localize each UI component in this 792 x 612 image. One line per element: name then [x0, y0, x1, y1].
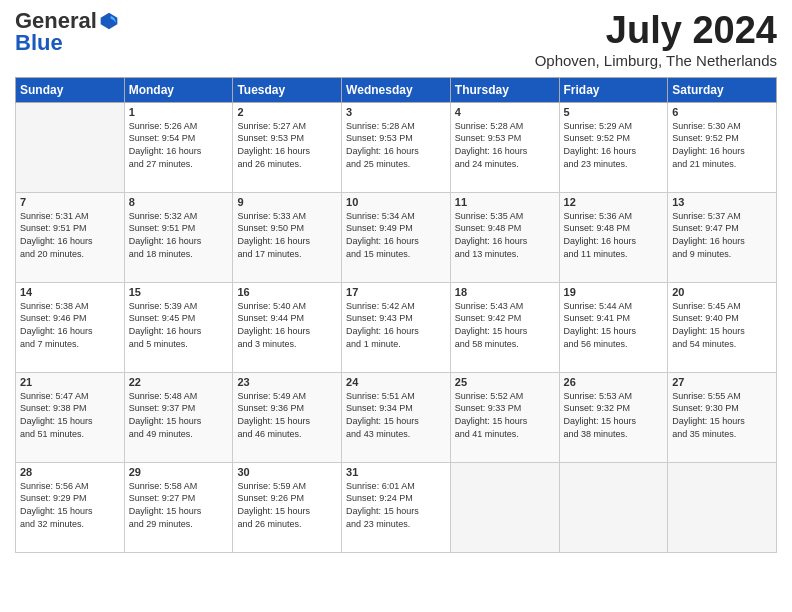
calendar-cell: 22Sunrise: 5:48 AM Sunset: 9:37 PM Dayli…: [124, 372, 233, 462]
day-number: 17: [346, 286, 446, 298]
calendar-cell: 8Sunrise: 5:32 AM Sunset: 9:51 PM Daylig…: [124, 192, 233, 282]
calendar-cell: 26Sunrise: 5:53 AM Sunset: 9:32 PM Dayli…: [559, 372, 668, 462]
week-row-0: 1Sunrise: 5:26 AM Sunset: 9:54 PM Daylig…: [16, 102, 777, 192]
week-row-4: 28Sunrise: 5:56 AM Sunset: 9:29 PM Dayli…: [16, 462, 777, 552]
day-number: 12: [564, 196, 664, 208]
calendar-cell: 1Sunrise: 5:26 AM Sunset: 9:54 PM Daylig…: [124, 102, 233, 192]
calendar-cell: 27Sunrise: 5:55 AM Sunset: 9:30 PM Dayli…: [668, 372, 777, 462]
header: General Blue July 2024 Ophoven, Limburg,…: [15, 10, 777, 69]
day-number: 19: [564, 286, 664, 298]
calendar-cell: [450, 462, 559, 552]
day-info: Sunrise: 6:01 AM Sunset: 9:24 PM Dayligh…: [346, 480, 446, 530]
day-number: 31: [346, 466, 446, 478]
logo-icon: [99, 11, 119, 31]
calendar-cell: 30Sunrise: 5:59 AM Sunset: 9:26 PM Dayli…: [233, 462, 342, 552]
calendar-cell: 3Sunrise: 5:28 AM Sunset: 9:53 PM Daylig…: [342, 102, 451, 192]
day-info: Sunrise: 5:49 AM Sunset: 9:36 PM Dayligh…: [237, 390, 337, 440]
day-info: Sunrise: 5:56 AM Sunset: 9:29 PM Dayligh…: [20, 480, 120, 530]
day-number: 6: [672, 106, 772, 118]
day-number: 1: [129, 106, 229, 118]
day-info: Sunrise: 5:30 AM Sunset: 9:52 PM Dayligh…: [672, 120, 772, 170]
day-info: Sunrise: 5:36 AM Sunset: 9:48 PM Dayligh…: [564, 210, 664, 260]
day-info: Sunrise: 5:55 AM Sunset: 9:30 PM Dayligh…: [672, 390, 772, 440]
day-number: 23: [237, 376, 337, 388]
calendar-cell: 16Sunrise: 5:40 AM Sunset: 9:44 PM Dayli…: [233, 282, 342, 372]
header-thursday: Thursday: [450, 77, 559, 102]
day-number: 29: [129, 466, 229, 478]
day-info: Sunrise: 5:29 AM Sunset: 9:52 PM Dayligh…: [564, 120, 664, 170]
logo: General Blue: [15, 10, 119, 56]
day-info: Sunrise: 5:33 AM Sunset: 9:50 PM Dayligh…: [237, 210, 337, 260]
calendar-cell: 20Sunrise: 5:45 AM Sunset: 9:40 PM Dayli…: [668, 282, 777, 372]
day-number: 25: [455, 376, 555, 388]
day-number: 4: [455, 106, 555, 118]
day-number: 9: [237, 196, 337, 208]
calendar-cell: 2Sunrise: 5:27 AM Sunset: 9:53 PM Daylig…: [233, 102, 342, 192]
calendar-cell: 12Sunrise: 5:36 AM Sunset: 9:48 PM Dayli…: [559, 192, 668, 282]
week-row-1: 7Sunrise: 5:31 AM Sunset: 9:51 PM Daylig…: [16, 192, 777, 282]
calendar-cell: 19Sunrise: 5:44 AM Sunset: 9:41 PM Dayli…: [559, 282, 668, 372]
day-number: 15: [129, 286, 229, 298]
calendar-cell: 24Sunrise: 5:51 AM Sunset: 9:34 PM Dayli…: [342, 372, 451, 462]
calendar-cell: 28Sunrise: 5:56 AM Sunset: 9:29 PM Dayli…: [16, 462, 125, 552]
day-info: Sunrise: 5:38 AM Sunset: 9:46 PM Dayligh…: [20, 300, 120, 350]
calendar-cell: [16, 102, 125, 192]
week-row-2: 14Sunrise: 5:38 AM Sunset: 9:46 PM Dayli…: [16, 282, 777, 372]
day-info: Sunrise: 5:26 AM Sunset: 9:54 PM Dayligh…: [129, 120, 229, 170]
day-info: Sunrise: 5:42 AM Sunset: 9:43 PM Dayligh…: [346, 300, 446, 350]
calendar-cell: 5Sunrise: 5:29 AM Sunset: 9:52 PM Daylig…: [559, 102, 668, 192]
day-info: Sunrise: 5:58 AM Sunset: 9:27 PM Dayligh…: [129, 480, 229, 530]
day-info: Sunrise: 5:52 AM Sunset: 9:33 PM Dayligh…: [455, 390, 555, 440]
header-tuesday: Tuesday: [233, 77, 342, 102]
calendar-cell: 6Sunrise: 5:30 AM Sunset: 9:52 PM Daylig…: [668, 102, 777, 192]
calendar-cell: 9Sunrise: 5:33 AM Sunset: 9:50 PM Daylig…: [233, 192, 342, 282]
day-number: 20: [672, 286, 772, 298]
day-info: Sunrise: 5:45 AM Sunset: 9:40 PM Dayligh…: [672, 300, 772, 350]
calendar-cell: 14Sunrise: 5:38 AM Sunset: 9:46 PM Dayli…: [16, 282, 125, 372]
logo-blue-text: Blue: [15, 30, 63, 55]
day-info: Sunrise: 5:35 AM Sunset: 9:48 PM Dayligh…: [455, 210, 555, 260]
title-area: July 2024 Ophoven, Limburg, The Netherla…: [535, 10, 777, 69]
day-number: 28: [20, 466, 120, 478]
calendar-cell: 17Sunrise: 5:42 AM Sunset: 9:43 PM Dayli…: [342, 282, 451, 372]
day-number: 13: [672, 196, 772, 208]
calendar-cell: [559, 462, 668, 552]
calendar-cell: 29Sunrise: 5:58 AM Sunset: 9:27 PM Dayli…: [124, 462, 233, 552]
calendar-cell: 7Sunrise: 5:31 AM Sunset: 9:51 PM Daylig…: [16, 192, 125, 282]
calendar-cell: 10Sunrise: 5:34 AM Sunset: 9:49 PM Dayli…: [342, 192, 451, 282]
calendar-table: SundayMondayTuesdayWednesdayThursdayFrid…: [15, 77, 777, 553]
day-info: Sunrise: 5:48 AM Sunset: 9:37 PM Dayligh…: [129, 390, 229, 440]
day-number: 8: [129, 196, 229, 208]
day-info: Sunrise: 5:39 AM Sunset: 9:45 PM Dayligh…: [129, 300, 229, 350]
day-number: 21: [20, 376, 120, 388]
day-info: Sunrise: 5:44 AM Sunset: 9:41 PM Dayligh…: [564, 300, 664, 350]
day-number: 30: [237, 466, 337, 478]
calendar-header-row: SundayMondayTuesdayWednesdayThursdayFrid…: [16, 77, 777, 102]
day-number: 5: [564, 106, 664, 118]
day-number: 11: [455, 196, 555, 208]
calendar-cell: 25Sunrise: 5:52 AM Sunset: 9:33 PM Dayli…: [450, 372, 559, 462]
day-number: 10: [346, 196, 446, 208]
calendar-cell: 21Sunrise: 5:47 AM Sunset: 9:38 PM Dayli…: [16, 372, 125, 462]
day-info: Sunrise: 5:31 AM Sunset: 9:51 PM Dayligh…: [20, 210, 120, 260]
day-number: 22: [129, 376, 229, 388]
calendar-cell: 23Sunrise: 5:49 AM Sunset: 9:36 PM Dayli…: [233, 372, 342, 462]
calendar-cell: 18Sunrise: 5:43 AM Sunset: 9:42 PM Dayli…: [450, 282, 559, 372]
day-number: 2: [237, 106, 337, 118]
day-info: Sunrise: 5:59 AM Sunset: 9:26 PM Dayligh…: [237, 480, 337, 530]
calendar-cell: [668, 462, 777, 552]
header-monday: Monday: [124, 77, 233, 102]
day-info: Sunrise: 5:27 AM Sunset: 9:53 PM Dayligh…: [237, 120, 337, 170]
day-info: Sunrise: 5:40 AM Sunset: 9:44 PM Dayligh…: [237, 300, 337, 350]
day-info: Sunrise: 5:28 AM Sunset: 9:53 PM Dayligh…: [346, 120, 446, 170]
day-info: Sunrise: 5:32 AM Sunset: 9:51 PM Dayligh…: [129, 210, 229, 260]
day-info: Sunrise: 5:34 AM Sunset: 9:49 PM Dayligh…: [346, 210, 446, 260]
day-number: 24: [346, 376, 446, 388]
day-number: 16: [237, 286, 337, 298]
calendar-cell: 4Sunrise: 5:28 AM Sunset: 9:53 PM Daylig…: [450, 102, 559, 192]
header-saturday: Saturday: [668, 77, 777, 102]
day-number: 14: [20, 286, 120, 298]
day-info: Sunrise: 5:28 AM Sunset: 9:53 PM Dayligh…: [455, 120, 555, 170]
logo-general-text: General: [15, 10, 97, 32]
header-wednesday: Wednesday: [342, 77, 451, 102]
